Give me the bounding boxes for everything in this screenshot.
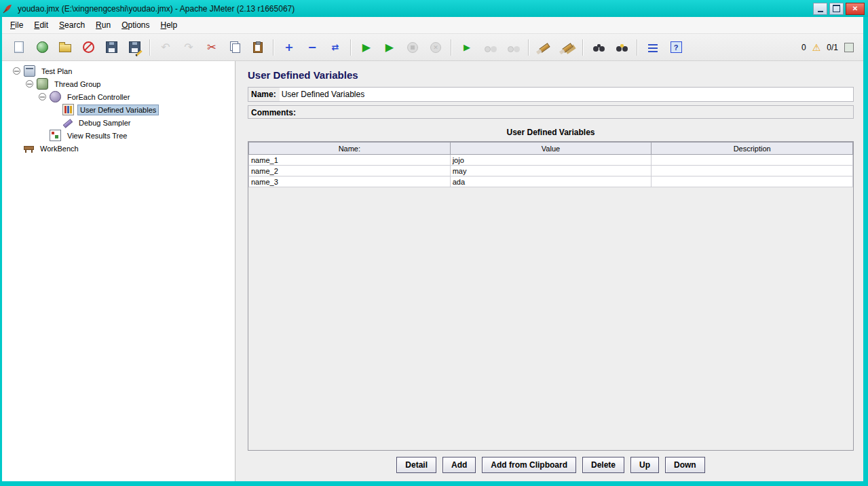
delete-button[interactable]: Delete: [582, 457, 624, 473]
paste-button[interactable]: [247, 37, 269, 58]
tree-node-view-results-tree[interactable]: View Results Tree: [2, 129, 235, 142]
cell-row1-col2[interactable]: jojo: [450, 155, 652, 166]
new-file-button[interactable]: [8, 37, 30, 58]
remote-start-all-icon: ▶: [464, 43, 470, 52]
toolbar-separator: [582, 39, 584, 56]
test-plan-icon: [24, 65, 35, 77]
column-header-description[interactable]: Description: [652, 143, 853, 155]
add-from-clipboard-button[interactable]: Add from Clipboard: [482, 457, 576, 473]
function-helper-icon: [648, 44, 658, 52]
variables-table-scrollpane: Name:ValueDescription name_1jojoname_2ma…: [248, 141, 854, 451]
toolbar-separator: [350, 39, 352, 56]
remote-start-all-button[interactable]: ▶: [456, 37, 478, 58]
test-plan-tree: Test PlanThread GroupForEach ControllerU…: [2, 61, 235, 481]
thread-group-icon: [37, 78, 48, 90]
tree-node-workbench[interactable]: WorkBench: [2, 142, 235, 155]
cell-row1-col1[interactable]: name_1: [249, 155, 451, 166]
save-as-button[interactable]: [124, 37, 145, 58]
table-row: name_1jojo: [249, 155, 853, 166]
expand-all-button[interactable]: +: [278, 37, 300, 58]
maximize-button[interactable]: [829, 3, 844, 15]
menu-options[interactable]: Options: [116, 18, 155, 32]
clear-all-icon: [562, 43, 573, 52]
tree-node-label: View Results Tree: [64, 130, 130, 141]
tree-node-test-plan[interactable]: Test Plan: [2, 64, 235, 77]
tree-expand-handle-icon[interactable]: [39, 93, 46, 100]
comments-input[interactable]: [299, 106, 853, 118]
help-button[interactable]: ?: [665, 37, 687, 58]
tree-expand-handle-icon[interactable]: [26, 80, 33, 88]
toggle-button[interactable]: ⇄: [324, 37, 346, 58]
window-title: youdao.jmx (E:\xingnengceshi\youdao.jmx)…: [18, 4, 295, 14]
templates-button[interactable]: [31, 37, 53, 58]
title-bar: youdao.jmx (E:\xingnengceshi\youdao.jmx)…: [0, 0, 868, 17]
minimize-button[interactable]: [813, 3, 827, 15]
remote-stop-all-button: [479, 37, 501, 58]
cell-row3-col1[interactable]: name_3: [249, 176, 451, 187]
tree-node-label: User Defined Variables: [77, 105, 159, 115]
function-helper-button[interactable]: [642, 37, 664, 58]
tree-node-thread-group[interactable]: Thread Group: [2, 77, 235, 90]
down-button[interactable]: Down: [665, 457, 705, 473]
cell-row2-col2[interactable]: may: [450, 166, 652, 176]
cell-row2-col1[interactable]: name_2: [249, 166, 451, 176]
up-button[interactable]: Up: [630, 457, 659, 473]
config-panel: User Defined Variables Name: Comments: U…: [239, 61, 863, 481]
menu-search[interactable]: Search: [54, 18, 90, 32]
tree-node-label: Test Plan: [39, 66, 75, 77]
clear-all-button[interactable]: [556, 37, 578, 58]
search-reset-button[interactable]: [611, 37, 633, 58]
detail-button[interactable]: Detail: [396, 457, 436, 473]
save-icon: [106, 41, 117, 53]
warning-triangle-icon[interactable]: ⚠: [812, 42, 821, 53]
menu-edit[interactable]: Edit: [29, 18, 54, 32]
shutdown-button: [425, 37, 447, 58]
cell-row3-col3[interactable]: [652, 176, 853, 187]
tree-node-label: Thread Group: [52, 79, 103, 90]
column-header-value[interactable]: Value: [450, 143, 652, 155]
log-error-count: 0: [801, 43, 806, 52]
search-icon: [593, 46, 605, 52]
add-button[interactable]: Add: [442, 457, 476, 473]
tree-node-label: ForEach Controller: [64, 92, 132, 102]
copy-button[interactable]: [224, 37, 246, 58]
new-file-icon: [14, 41, 24, 53]
menu-file[interactable]: File: [5, 18, 29, 32]
cell-row2-col3[interactable]: [652, 166, 853, 176]
close-file-icon: [83, 41, 94, 53]
active-thread-count: 0/1: [827, 43, 838, 52]
start-button[interactable]: ▶: [356, 37, 377, 58]
debug-sampler-icon: [62, 117, 73, 128]
tree-node-user-defined-variables[interactable]: User Defined Variables: [2, 103, 235, 116]
tree-node-foreach-controller[interactable]: ForEach Controller: [2, 90, 235, 103]
panel-title: User Defined Variables: [248, 69, 854, 81]
clear-button[interactable]: [533, 37, 555, 58]
name-label: Name:: [248, 88, 280, 101]
name-input[interactable]: [280, 88, 853, 101]
tree-expand-handle-icon[interactable]: [13, 67, 20, 75]
search-button[interactable]: [588, 37, 609, 58]
toolbar-status: 0 ⚠ 0/1: [801, 42, 858, 53]
cell-row1-col3[interactable]: [652, 155, 853, 166]
undo-button: ↶: [155, 37, 176, 58]
close-file-button[interactable]: [77, 37, 99, 58]
cut-button[interactable]: ✂: [201, 37, 223, 58]
close-button[interactable]: ✕: [846, 3, 865, 15]
table-row: name_3ada: [249, 176, 853, 187]
remote-shutdown-all-icon: [508, 46, 519, 52]
menu-run[interactable]: Run: [90, 18, 116, 32]
column-header-name[interactable]: Name:: [249, 143, 451, 155]
collapse-all-button[interactable]: −: [301, 37, 323, 58]
save-button[interactable]: [100, 37, 122, 58]
cell-row3-col2[interactable]: ada: [450, 176, 652, 187]
tree-node-debug-sampler[interactable]: Debug Sampler: [2, 116, 235, 129]
foreach-controller-icon: [50, 91, 61, 102]
open-file-button[interactable]: [54, 37, 76, 58]
toolbar-separator: [451, 39, 452, 56]
shutdown-icon: [430, 42, 441, 53]
start-no-timers-button[interactable]: ▶: [379, 37, 400, 58]
variables-table: Name:ValueDescription name_1jojoname_2ma…: [248, 142, 853, 187]
templates-icon: [37, 41, 48, 53]
menu-help[interactable]: Help: [155, 18, 183, 32]
table-header-row: Name:ValueDescription: [249, 143, 853, 155]
